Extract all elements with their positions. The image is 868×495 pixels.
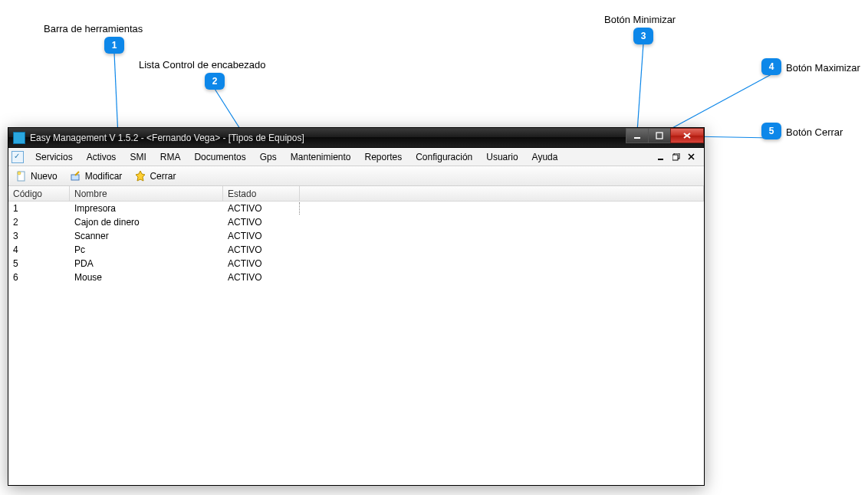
annotation-label-1: Barra de herramientas xyxy=(44,23,143,34)
cell-nombre: Cajon de dinero xyxy=(70,216,223,228)
maximize-button[interactable] xyxy=(648,128,671,143)
minimize-icon xyxy=(633,132,642,139)
table-row[interactable]: 4PcACTIVO xyxy=(8,243,704,257)
menu-servicios[interactable]: Servicios xyxy=(28,149,80,165)
modificar-label: Modificar xyxy=(85,171,123,182)
nuevo-label: Nuevo xyxy=(31,171,58,182)
annotation-badge-1: 1 xyxy=(104,37,124,54)
nuevo-icon xyxy=(15,170,28,182)
mdi-minimize-icon xyxy=(657,153,665,161)
menu-smi[interactable]: SMI xyxy=(123,149,153,165)
cerrar-icon xyxy=(134,170,146,182)
minimize-button[interactable] xyxy=(626,128,649,143)
annotation-badge-3: 3 xyxy=(633,28,653,44)
cell-codigo: 6 xyxy=(8,271,70,284)
cell-nombre: PDA xyxy=(70,257,223,270)
mdi-controls xyxy=(655,152,701,162)
cell-nombre: Pc xyxy=(70,244,223,256)
svg-rect-9 xyxy=(658,159,663,160)
mdi-minimize-button[interactable] xyxy=(655,152,667,162)
window-title: Easy Management V 1.5.2 - <Fernando Vega… xyxy=(30,133,304,143)
annotation-label-5: Botón Cerrar xyxy=(786,126,843,138)
annotation-label-3: Botón Minimizar xyxy=(604,14,676,25)
column-header-empty xyxy=(300,186,704,201)
modificar-button[interactable]: Modificar xyxy=(67,169,125,184)
cell-estado: ACTIVO xyxy=(223,230,300,242)
cerrar-button[interactable]: Cerrar xyxy=(132,169,178,184)
annotation-badge-2: 2 xyxy=(205,73,225,90)
table-row[interactable]: 1ImpresoraACTIVO xyxy=(8,202,704,215)
cell-nombre: Impresora xyxy=(70,202,223,215)
menu-gps[interactable]: Gps xyxy=(253,149,284,165)
menu-mantenimiento[interactable]: Mantenimiento xyxy=(284,149,358,165)
annotation-badge-4: 4 xyxy=(761,58,781,75)
close-button[interactable] xyxy=(670,128,704,143)
table-row[interactable]: 5PDAACTIVO xyxy=(8,257,704,270)
menu-configuracion[interactable]: Configuración xyxy=(409,149,479,165)
column-header-codigo[interactable]: Código xyxy=(8,186,70,201)
cell-nombre: Scanner xyxy=(70,230,223,242)
cell-codigo: 5 xyxy=(8,257,70,270)
system-menu-icon[interactable] xyxy=(12,151,24,163)
annotation-label-2: Lista Control de encabezado xyxy=(139,59,266,70)
svg-line-2 xyxy=(637,44,643,132)
mdi-restore-button[interactable] xyxy=(670,152,682,162)
column-header-estado[interactable]: Estado xyxy=(223,186,300,201)
cell-estado: ACTIVO xyxy=(223,271,300,284)
svg-rect-5 xyxy=(634,137,640,139)
titlebar[interactable]: Easy Management V 1.5.2 - <Fernando Vega… xyxy=(8,128,704,148)
app-icon xyxy=(13,132,25,144)
cell-codigo: 3 xyxy=(8,230,70,242)
mdi-close-icon xyxy=(688,153,695,161)
svg-rect-16 xyxy=(71,175,79,180)
mdi-restore-icon xyxy=(672,153,680,161)
table-row[interactable]: 2Cajon de dineroACTIVO xyxy=(8,215,704,229)
cell-codigo: 4 xyxy=(8,244,70,256)
svg-rect-6 xyxy=(656,133,663,139)
cell-nombre: Mouse xyxy=(70,271,223,284)
column-header-nombre[interactable]: Nombre xyxy=(70,186,223,201)
list-body[interactable]: 1ImpresoraACTIVO2Cajon de dineroACTIVO3S… xyxy=(8,202,704,485)
svg-point-15 xyxy=(18,172,21,175)
modificar-icon xyxy=(70,170,82,182)
toolbar: Nuevo Modificar Cerrar xyxy=(8,166,704,186)
menu-ayuda[interactable]: Ayuda xyxy=(525,149,565,165)
maximize-icon xyxy=(655,132,664,139)
menu-usuario[interactable]: Usuario xyxy=(479,149,524,165)
menubar: Servicios Activos SMI RMA Documentos Gps… xyxy=(8,148,704,166)
menu-rma[interactable]: RMA xyxy=(153,149,188,165)
window-controls xyxy=(626,128,704,143)
menu-reportes[interactable]: Reportes xyxy=(358,149,409,165)
svg-line-3 xyxy=(661,74,771,134)
menu-documentos[interactable]: Documentos xyxy=(187,149,252,165)
table-row[interactable]: 3ScannerACTIVO xyxy=(8,229,704,243)
cerrar-label: Cerrar xyxy=(150,171,176,182)
svg-marker-18 xyxy=(136,171,145,181)
annotation-badge-5: 5 xyxy=(761,123,781,139)
app-window: Easy Management V 1.5.2 - <Fernando Vega… xyxy=(8,127,705,486)
table-row[interactable]: 6MouseACTIVO xyxy=(8,270,704,284)
menu-activos[interactable]: Activos xyxy=(80,149,123,165)
cell-estado: ACTIVO xyxy=(223,257,300,270)
annotation-label-4: Botón Maximizar xyxy=(786,62,860,74)
close-icon xyxy=(682,132,692,139)
cell-estado: ACTIVO xyxy=(223,216,300,228)
cell-estado: ACTIVO xyxy=(223,202,300,215)
cell-codigo: 2 xyxy=(8,216,70,228)
mdi-close-button[interactable] xyxy=(686,152,698,162)
nuevo-button[interactable]: Nuevo xyxy=(13,169,60,184)
cell-estado: ACTIVO xyxy=(223,244,300,256)
cell-codigo: 1 xyxy=(8,202,70,215)
svg-rect-11 xyxy=(672,155,678,160)
list-header: Código Nombre Estado xyxy=(8,186,704,202)
